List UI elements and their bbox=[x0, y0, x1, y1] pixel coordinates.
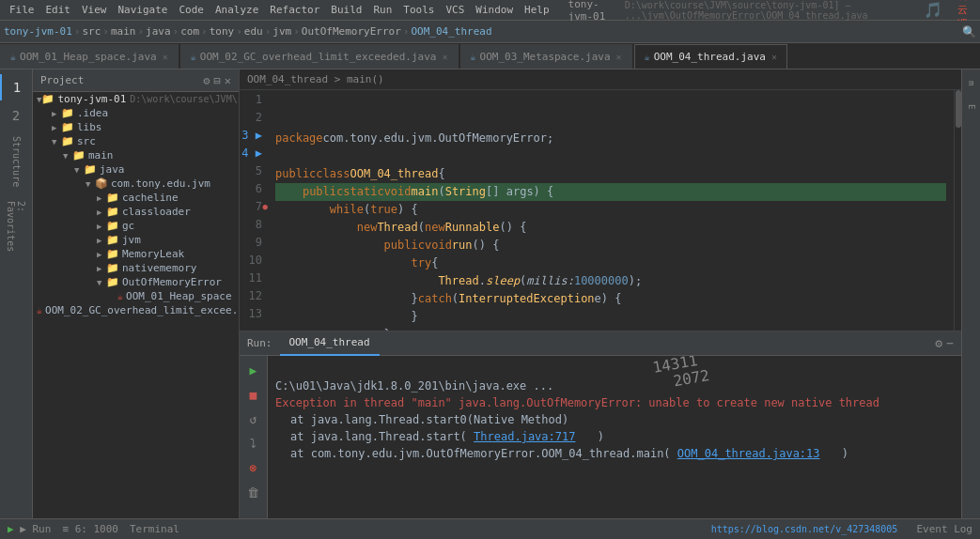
terminal-button[interactable]: Terminal bbox=[130, 523, 179, 535]
close-tab-oom03[interactable]: ✕ bbox=[616, 52, 622, 62]
expand-src-icon[interactable]: ▼ bbox=[52, 137, 61, 146]
tree-src[interactable]: ▼ 📁 src bbox=[33, 134, 239, 148]
expand-oom-icon[interactable]: ▼ bbox=[97, 278, 106, 287]
panel-title: Project bbox=[40, 74, 84, 86]
trace-link-3[interactable]: OOM_04_thread.java:13 bbox=[677, 447, 820, 460]
favorites-icon[interactable]: 2: Favorites bbox=[3, 213, 29, 239]
nav-item-oom[interactable]: OutOfMemoryError bbox=[302, 25, 401, 38]
panel-close-icon[interactable]: ✕ bbox=[225, 74, 231, 87]
run-tab-active[interactable]: OOM_04_thread bbox=[280, 331, 380, 356]
menu-view[interactable]: View bbox=[76, 4, 113, 16]
tree-cacheline[interactable]: ▶ 📁 cacheline bbox=[33, 191, 239, 205]
close-tab-oom01[interactable]: ✕ bbox=[163, 52, 168, 62]
tree-package[interactable]: ▼ 📦 com.tony.edu.jvm bbox=[33, 177, 239, 191]
run-settings-icon[interactable]: ⚙ bbox=[935, 336, 942, 350]
expand-memleak-icon[interactable]: ▶ bbox=[97, 250, 106, 259]
run-play-button[interactable]: ▶ bbox=[243, 360, 264, 380]
tree-libs[interactable]: ▶ 📁 libs bbox=[33, 120, 239, 134]
nav-item-com[interactable]: com bbox=[180, 25, 199, 38]
oom01-file-icon: ☕ bbox=[117, 291, 123, 301]
tree-package-label: com.tony.edu.jvm bbox=[111, 177, 210, 190]
editor-content[interactable]: 1 2 3 ▶ 4 ▶ 5 6 7 ● 8 9 10 11 12 13 pack… bbox=[240, 90, 961, 331]
code-line-1 bbox=[275, 94, 946, 112]
expand-main-icon[interactable]: ▼ bbox=[63, 151, 72, 161]
sidebar-icon-1[interactable]: 1 bbox=[0, 74, 32, 100]
tree-classloader[interactable]: ▶ 📁 classloader bbox=[33, 205, 239, 219]
tree-idea[interactable]: ▶ 📁 .idea bbox=[33, 106, 239, 120]
tree-root[interactable]: ▼ 📁 tony-jvm-01 D:\work\course\JVM\sourc… bbox=[33, 92, 239, 106]
run-status[interactable]: ▶ ▶ Run bbox=[8, 523, 51, 535]
menu-refactor[interactable]: Refactor bbox=[264, 4, 325, 16]
event-log-button[interactable]: Event Log bbox=[916, 523, 972, 535]
event-label[interactable]: E bbox=[967, 104, 976, 109]
nav-item-edu[interactable]: edu bbox=[244, 25, 263, 38]
panel-layout-icon[interactable]: ⊟ bbox=[214, 74, 221, 87]
menu-edit[interactable]: Edit bbox=[40, 4, 77, 16]
run-scroll-button[interactable]: ⤵ bbox=[243, 433, 264, 454]
tree-gc[interactable]: ▶ 📁 gc bbox=[33, 219, 239, 233]
menu-build[interactable]: Build bbox=[325, 4, 367, 16]
tab-oom02[interactable]: ☕ OOM_02_GC_overhead_limit_exceeded.java… bbox=[180, 44, 459, 69]
navigation-bar: tony-jvm-01 › src › main › java › com › … bbox=[0, 21, 980, 43]
expand-gc-icon[interactable]: ▶ bbox=[97, 222, 106, 231]
code-line-5: public class OOM_04_thread { bbox=[275, 165, 946, 183]
run-error-button[interactable]: ⊗ bbox=[243, 457, 264, 478]
gc-folder-icon: 📁 bbox=[106, 220, 119, 232]
run-trash-button[interactable]: 🗑 bbox=[243, 482, 264, 502]
menu-code[interactable]: Code bbox=[173, 4, 210, 16]
expand-idea-icon[interactable]: ▶ bbox=[52, 109, 61, 118]
tree-memoryleak[interactable]: ▶ 📁 MemoryLeak bbox=[33, 247, 239, 261]
tree-java[interactable]: ▼ 📁 java bbox=[33, 162, 239, 177]
panel-header: Project ⚙ ⊟ ✕ bbox=[33, 69, 239, 92]
nav-item-main[interactable]: main bbox=[111, 25, 136, 38]
expand-nativemem-icon[interactable]: ▶ bbox=[97, 264, 106, 273]
expand-cacheline-icon[interactable]: ▶ bbox=[97, 193, 106, 203]
sidebar-icon-2[interactable]: 2 bbox=[3, 102, 29, 129]
tree-main[interactable]: ▼ 📁 main bbox=[33, 148, 239, 162]
log-count[interactable]: ≡ 6: 1000 bbox=[62, 523, 118, 535]
nav-item-project[interactable]: tony-jvm-01 bbox=[4, 25, 72, 38]
tree-oom01-label: OOM_01_Heap_space bbox=[126, 290, 232, 302]
expand-java-icon[interactable]: ▼ bbox=[74, 165, 84, 175]
editor-area: OOM_04_thread > main() 1 2 3 ▶ 4 ▶ 5 6 7… bbox=[240, 69, 961, 518]
menu-analyze[interactable]: Analyze bbox=[210, 4, 264, 16]
tree-nativememory[interactable]: ▶ 📁 nativememory bbox=[33, 261, 239, 275]
menu-vcs[interactable]: VCS bbox=[440, 4, 470, 16]
menu-help[interactable]: Help bbox=[519, 4, 555, 16]
expand-libs-icon[interactable]: ▶ bbox=[52, 123, 61, 132]
tab-oom03[interactable]: ☕ OOM_03_Metaspace.java ✕ bbox=[460, 44, 632, 69]
menu-file[interactable]: File bbox=[4, 4, 40, 16]
menu-navigate[interactable]: Navigate bbox=[113, 4, 174, 16]
trace-link-2[interactable]: Thread.java:717 bbox=[474, 430, 575, 443]
run-restart-button[interactable]: ↺ bbox=[243, 408, 264, 429]
tab-oom04[interactable]: ☕ OOM_04_thread.java ✕ bbox=[634, 44, 787, 69]
expand-classloader-icon[interactable]: ▶ bbox=[97, 208, 106, 217]
search-icon[interactable]: 🔍 bbox=[962, 25, 976, 38]
close-tab-oom02[interactable]: ✕ bbox=[442, 52, 447, 62]
tree-oom[interactable]: ▼ 📁 OutOfMemoryError bbox=[33, 275, 239, 289]
close-tab-oom04[interactable]: ✕ bbox=[771, 52, 777, 62]
panel-settings-icon[interactable]: ⚙ bbox=[203, 74, 210, 87]
expand-pkg-icon[interactable]: ▼ bbox=[86, 179, 95, 189]
tree-oom02[interactable]: ☕ OOM_02_GC_overhead_limit_excee... bbox=[33, 303, 239, 317]
expand-jvm-icon[interactable]: ▶ bbox=[97, 236, 106, 245]
root-folder-icon: 📁 bbox=[41, 93, 54, 105]
nav-item-src[interactable]: src bbox=[82, 25, 101, 38]
tree-jvm[interactable]: ▶ 📁 jvm bbox=[33, 233, 239, 247]
run-minimize-icon[interactable]: − bbox=[946, 336, 954, 350]
maven-label[interactable]: m bbox=[967, 81, 976, 85]
structure-icon[interactable]: Structure bbox=[3, 148, 29, 175]
menu-window[interactable]: Window bbox=[470, 4, 519, 16]
nav-item-java[interactable]: java bbox=[146, 25, 171, 38]
nav-item-jvm[interactable]: jvm bbox=[272, 25, 291, 38]
tree-oom01[interactable]: ☕ OOM_01_Heap_space bbox=[33, 289, 239, 303]
project-panel: Project ⚙ ⊟ ✕ ▼ 📁 tony-jvm-01 D:\work\co… bbox=[33, 69, 240, 518]
menu-run[interactable]: Run bbox=[367, 4, 397, 16]
menu-tools[interactable]: Tools bbox=[397, 4, 440, 16]
nav-item-tony[interactable]: tony bbox=[210, 25, 235, 38]
tab-oom01[interactable]: ☕ OOM_01_Heap_space.java ✕ bbox=[0, 44, 179, 69]
run-stop-button[interactable]: ■ bbox=[243, 384, 264, 405]
editor-scrollbar[interactable] bbox=[954, 90, 961, 331]
code-editor[interactable]: package com.tony.edu.jvm.OutOfMemoryErro… bbox=[268, 90, 954, 331]
nav-item-thread[interactable]: OOM_04_thread bbox=[411, 25, 491, 38]
